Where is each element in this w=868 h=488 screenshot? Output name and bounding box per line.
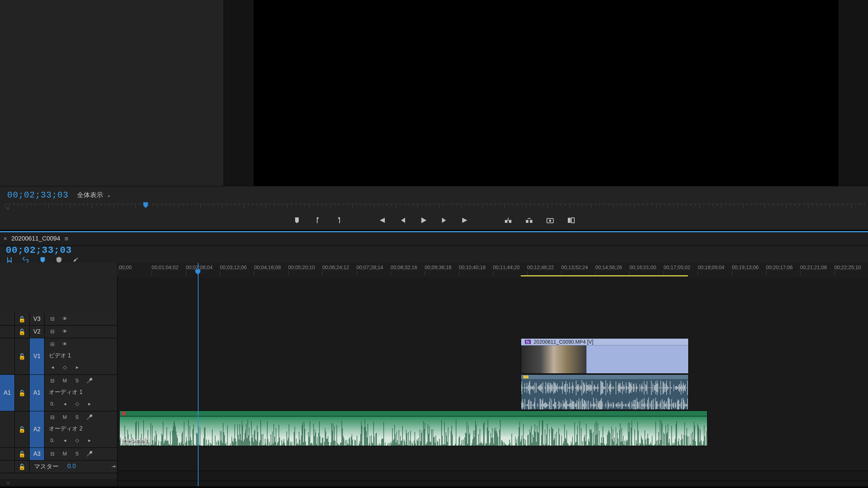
voice-over-icon[interactable]: 🎤 [86,377,93,384]
toggle-output-icon[interactable]: 👁 [61,328,68,335]
mark-in-icon[interactable] [313,215,323,225]
svg-rect-1 [509,220,511,223]
timeline-ruler[interactable]: ;00;0000;01;04;0200;02;08;0400;03;12;060… [118,263,868,278]
go-to-in-icon[interactable] [376,215,387,225]
voice-over-icon[interactable]: 🎤 [86,413,93,421]
kf-add-icon[interactable]: ◇ [73,437,81,444]
timeline-tracks-area[interactable]: ;00;0000;01;04;0200;02;08;0400;03;12;060… [118,263,868,486]
lock-master[interactable]: 🔓 [15,461,30,473]
kf-prev-icon[interactable]: ◂ [49,364,56,371]
timeline-playhead-line[interactable] [198,263,199,486]
close-tab-icon[interactable]: × [4,235,7,242]
solo-icon[interactable]: S [73,450,81,457]
sync-lock-icon[interactable]: ⊟ [49,413,56,421]
track-v3-lane[interactable] [118,313,868,326]
solo-icon[interactable]: S [73,413,81,421]
master-value[interactable]: 0.0 [67,463,76,470]
track-a1-lane[interactable] [118,374,868,410]
audio-fx-red-icon[interactable] [122,412,125,415]
kf-prev-icon[interactable]: ◂ [61,400,68,407]
track-header-v3[interactable]: 🔓 V3 ⊟ 👁 [0,313,117,326]
ruler-tick-label: 00;21;21;08 [800,264,827,270]
timeline-scrollbar-h[interactable] [118,481,868,486]
lock-a3[interactable]: 🔓 [15,448,30,460]
src-patch-a2[interactable] [0,411,15,447]
toggle-output-icon[interactable]: 👁 [61,315,68,322]
lock-v3[interactable]: 🔓 [15,313,30,325]
kf-next-icon[interactable]: ▸ [73,364,81,371]
src-patch-v2[interactable] [0,326,15,338]
zoom-dropdown[interactable]: 全体表示 ⌄ [77,191,111,199]
track-header-a2[interactable]: 🔓 A2 ⊟MS🎤 オーディオ 2 0.◂◇▸ [0,411,117,448]
track-v1-lane[interactable]: fx 20200611_C0090.MP4 [V] [118,338,868,374]
sync-lock-icon[interactable]: ⊟ [49,377,56,384]
mark-out-icon[interactable] [334,215,344,225]
lock-a1[interactable]: 🔓 [15,375,30,411]
track-a2-lane[interactable]: チャンネル 1 [118,410,868,446]
mute-icon[interactable]: M [61,450,68,457]
src-patch-a3[interactable] [0,448,15,460]
target-a3[interactable]: A3 [30,448,44,460]
kf-next-icon[interactable]: ▸ [86,437,93,444]
export-frame-icon[interactable] [545,215,555,225]
kf-add-icon[interactable]: ◇ [73,400,81,407]
go-to-out-icon[interactable] [460,215,471,225]
src-patch-v1[interactable] [0,338,15,374]
src-patch-a1[interactable]: A1 [0,375,15,411]
target-v2[interactable]: V2 [30,326,44,338]
mute-icon[interactable]: M [61,377,68,384]
track-sub-a1: オーディオ 1 [49,389,82,396]
clip-audio-a1[interactable] [521,374,689,410]
step-back-icon[interactable] [397,215,408,225]
extract-icon[interactable] [524,215,534,225]
monitor-ruler[interactable]: ○ [5,204,863,211]
solo-icon[interactable]: S [73,377,81,384]
step-fwd-icon[interactable] [439,215,450,225]
collapse-icon[interactable]: ⇥ [110,463,117,470]
track-header-a3[interactable]: 🔓 A3 ⊟MS🎤 [0,448,117,461]
lift-icon[interactable] [503,215,513,225]
svg-rect-6 [568,218,571,223]
audio-fx-icon[interactable] [523,375,528,378]
track-master-lane[interactable] [118,458,868,471]
track-a3-lane[interactable] [118,446,868,459]
src-patch-v3[interactable] [0,313,15,325]
track-header-v2[interactable]: 🔓 V2 ⊟ 👁 [0,326,117,338]
sync-lock-icon[interactable]: ⊟ [49,450,56,457]
fx-badge-icon[interactable]: fx [525,340,531,344]
mute-icon[interactable]: M [61,413,68,421]
work-area-bar[interactable] [521,275,688,276]
add-marker-icon[interactable] [292,215,302,225]
track-header-v1[interactable]: 🔓 V1 ⊟👁 ビデオ 1 ◂◇▸ [0,338,117,375]
toggle-output-icon[interactable]: 👁 [61,340,68,348]
sync-lock-icon[interactable]: ⊟ [49,340,56,348]
timeline-timecode[interactable]: 00;02;33;03 [6,245,123,256]
lock-a2[interactable]: 🔓 [15,411,30,447]
target-a2[interactable]: A2 [30,411,44,447]
target-a1[interactable]: A1 [30,375,44,411]
kf-next-icon[interactable]: ▸ [86,400,93,407]
kf-add-icon[interactable]: ◇ [61,364,68,371]
track-v2-lane[interactable] [118,325,868,338]
voice-over-icon[interactable]: 🎤 [86,450,93,457]
monitor-timecode[interactable]: 00;02;33;03 [7,190,68,200]
timeline-body: 🔓 V3 ⊟ 👁 🔓 V2 ⊟ 👁 🔓 V1 ⊟👁 ビデオ 1 ◂◇▸ [0,263,868,486]
lock-v1[interactable]: 🔓 [15,338,30,374]
target-v1[interactable]: V1 [30,338,44,374]
sequence-tab[interactable]: 20200611_C0094 [11,235,60,242]
track-header-master[interactable]: 🔓 マスター0.0⇥ [0,461,117,473]
clip-video-v1[interactable]: fx 20200611_C0090.MP4 [V] [521,338,689,374]
clip-audio-a2[interactable]: チャンネル 1 [119,411,707,446]
tab-menu-icon[interactable]: ≡ [65,235,69,243]
src-patch-master[interactable] [0,461,15,473]
compare-icon[interactable] [566,215,576,225]
track-header-a1[interactable]: A1 🔓 A1 ⊟MS🎤 オーディオ 1 0.◂◇▸ [0,375,117,411]
lock-v2[interactable]: 🔓 [15,326,30,338]
play-icon[interactable] [418,215,429,225]
kf-prev-icon[interactable]: ◂ [61,437,68,444]
sync-lock-icon[interactable]: ⊟ [49,315,56,322]
monitor-video[interactable] [254,0,838,186]
sync-lock-icon[interactable]: ⊟ [49,328,56,335]
ruler-tick-label: 00;13;52;24 [561,264,588,270]
target-v3[interactable]: V3 [30,313,44,325]
